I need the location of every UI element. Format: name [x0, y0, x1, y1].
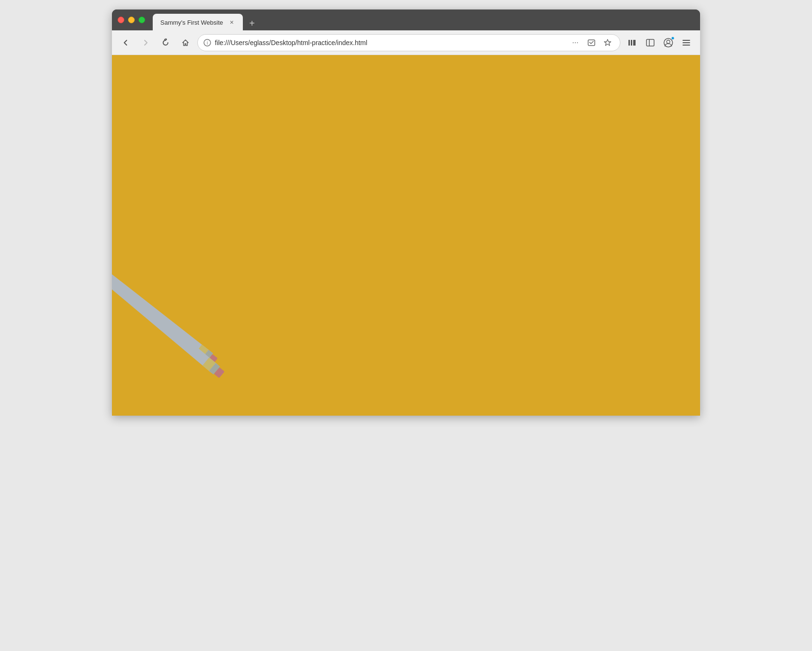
reload-icon: [161, 38, 170, 47]
right-nav: [624, 35, 694, 51]
new-tab-button[interactable]: +: [245, 16, 259, 30]
star-icon: [603, 38, 612, 47]
pencils-image: [112, 169, 292, 416]
svg-text:i: i: [207, 40, 208, 46]
tab-bar: Sammy's First Website ✕ +: [153, 9, 694, 30]
menu-button[interactable]: [678, 35, 694, 51]
tab-title: Sammy's First Website: [160, 19, 223, 26]
forward-button[interactable]: [138, 35, 154, 51]
more-dots-icon: ···: [572, 38, 578, 47]
address-actions: ···: [569, 36, 614, 49]
reload-button[interactable]: [157, 35, 174, 51]
library-button[interactable]: [624, 35, 640, 51]
home-button[interactable]: [177, 35, 194, 51]
traffic-lights: [118, 17, 145, 23]
svg-rect-5: [633, 40, 636, 46]
back-button[interactable]: [118, 35, 134, 51]
svg-rect-6: [646, 39, 654, 46]
pocket-button[interactable]: [585, 36, 598, 49]
svg-point-9: [667, 40, 670, 43]
minimize-button[interactable]: [128, 17, 135, 23]
nav-bar: i file:///Users/eglass/Desktop/html-prac…: [112, 30, 700, 55]
back-icon: [121, 38, 130, 47]
tab-close-button[interactable]: ✕: [228, 19, 235, 26]
svg-rect-13: [112, 254, 213, 362]
svg-rect-3: [628, 40, 630, 46]
page-content: [112, 55, 700, 416]
profile-button[interactable]: [660, 35, 676, 51]
browser-window: Sammy's First Website ✕ +: [112, 9, 700, 416]
title-bar: Sammy's First Website ✕ +: [112, 9, 700, 30]
more-button[interactable]: ···: [569, 36, 582, 49]
sidebar-button[interactable]: [642, 35, 658, 51]
address-text: file:///Users/eglass/Desktop/html-practi…: [215, 39, 565, 46]
library-icon: [627, 38, 637, 47]
address-bar[interactable]: i file:///Users/eglass/Desktop/html-prac…: [197, 34, 620, 51]
close-button[interactable]: [118, 17, 124, 23]
svg-rect-4: [631, 40, 632, 46]
maximize-button[interactable]: [138, 17, 145, 23]
pocket-icon: [587, 38, 596, 47]
bookmark-button[interactable]: [601, 36, 614, 49]
forward-icon: [141, 38, 150, 47]
home-icon: [181, 38, 190, 47]
menu-icon: [682, 38, 691, 47]
info-icon: i: [203, 39, 211, 46]
active-tab[interactable]: Sammy's First Website ✕: [153, 14, 243, 31]
notification-dot: [671, 37, 674, 40]
sidebar-icon: [646, 38, 655, 47]
